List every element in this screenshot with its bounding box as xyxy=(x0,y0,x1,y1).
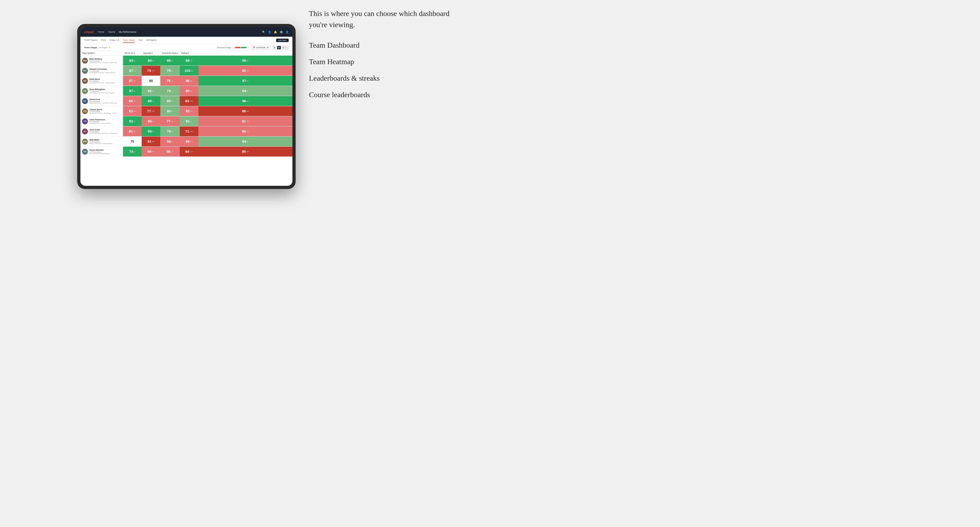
player-info-cell[interactable]: JC Josh Coles 1-5 Handicap Royal North D… xyxy=(80,126,123,137)
table-row: EE Elliot Ebert 1-5 Handicap Sunningdale… xyxy=(80,76,293,86)
player-info-cell[interactable]: AN Aaron Nicholls 11-15 Handicap Drift G… xyxy=(80,147,123,157)
player-table: Player Quality ▾ Off the Tee ▾ Approach … xyxy=(80,51,293,157)
red-bar xyxy=(235,47,240,48)
user-icon[interactable]: 👤 xyxy=(268,30,271,33)
col-header-player[interactable]: Player Quality ▾ xyxy=(80,51,123,56)
table-row: AN Aaron Nicholls 11-15 Handicap Drift G… xyxy=(80,147,293,157)
table-row: BM Blair McHarg Plus Handicap Royal Nort… xyxy=(80,56,293,66)
score-cell-quality: 93 9▲ xyxy=(123,56,142,66)
score-cell-off_tee: 73 -11▼ xyxy=(142,66,160,76)
subnav-tour[interactable]: Tour xyxy=(138,38,143,43)
tablet-frame: clippd Home Teams My Performance 🔍 👤 🔔 ⚙… xyxy=(77,24,296,189)
grid-view-button[interactable]: ⊞ xyxy=(273,46,277,49)
search-icon[interactable]: 🔍 xyxy=(262,30,265,33)
tablet-screen: clippd Home Teams My Performance 🔍 👤 🔔 ⚙… xyxy=(80,27,293,186)
player-info-cell[interactable]: BM Blair McHarg Plus Handicap Royal Nort… xyxy=(80,56,123,66)
col-header-offtee[interactable]: Off the Tee ▾ xyxy=(123,51,142,56)
player-info-cell[interactable]: EE Elliot Ebert 1-5 Handicap Sunningdale… xyxy=(80,76,123,86)
score-cell-putting: 92 -3▼ xyxy=(199,66,293,76)
score-cell-putting: 95 9▲ xyxy=(199,56,293,66)
score-cell-quality: 74 8▲ xyxy=(123,147,142,157)
download-button[interactable]: ↓ xyxy=(286,46,289,49)
score-cell-around_green: 85 -3▼ xyxy=(180,86,199,96)
calendar-icon: 📅 xyxy=(253,46,255,49)
table-area: Player Quality ▾ Off the Tee ▾ Approach … xyxy=(80,51,293,186)
score-cell-putting: 85 -4▼ xyxy=(199,147,293,157)
change-plus: +5 xyxy=(247,47,249,48)
view-icons: ⊞ ▦ ☰ ↓ xyxy=(273,46,289,49)
score-cell-off_tee: 88 xyxy=(142,76,160,86)
app-logo: clippd xyxy=(84,30,94,33)
score-cell-off_tee: 60 2▲ xyxy=(142,116,160,126)
score-cell-off_tee: 84 6▲ xyxy=(142,56,160,66)
score-cell-approach: 79 9▲ xyxy=(160,66,180,76)
table-row: CR Chris Robertson 1-5 Handicap Craigmil… xyxy=(80,116,293,126)
player-info-cell[interactable]: EC Edward Crossman 1-5 Handicap Sunningd… xyxy=(80,66,123,76)
subnav-hcaps[interactable]: Hcaps 1-5 xyxy=(110,38,119,43)
subnav-teamclippd[interactable]: Team Clippd xyxy=(123,38,135,43)
change-minus: -5 xyxy=(233,47,235,48)
score-cell-quality: 75 xyxy=(123,137,142,147)
nav-icons: 🔍 👤 🔔 ⚙️ 👤 xyxy=(262,30,289,33)
edit-icon[interactable]: ✏️ xyxy=(109,46,111,49)
score-cell-putting: 97 5▲ xyxy=(199,76,293,86)
score-cell-around_green: 84 -21▼ xyxy=(180,147,199,157)
team-count: | 14 Players xyxy=(98,46,108,48)
nav-link-home[interactable]: Home xyxy=(98,30,104,34)
score-cell-approach: 58 4▲ xyxy=(160,137,180,147)
heat-view-button[interactable]: ▦ xyxy=(277,46,281,49)
subnav-allplayers[interactable]: All Players xyxy=(146,38,156,43)
score-cell-off_tee: 95 8▲ xyxy=(142,126,160,137)
score-cell-approach: 58 10▲ xyxy=(160,147,180,157)
score-cell-approach: 75 -3▼ xyxy=(160,76,180,86)
nav-link-myperformance[interactable]: My Performance xyxy=(119,30,136,34)
score-cell-quality: 81 -3▼ xyxy=(123,126,142,137)
annotation-item-4: Course leaderboards xyxy=(309,90,469,99)
score-cell-around_green: 71 -11▼ xyxy=(180,126,199,137)
score-cell-approach: 75 2▲ xyxy=(160,126,180,137)
table-row: EC Edward Crossman 1-5 Handicap Sunningd… xyxy=(80,66,293,76)
last-rounds-button[interactable]: 📅 Last Rounds: 20 xyxy=(251,46,270,49)
player-info-cell[interactable]: DB Dave Billingham 1-5 Handicap Gog Mago… xyxy=(80,86,123,96)
score-cell-around_green: 83 -10▼ xyxy=(180,96,199,106)
add-team-button[interactable]: Add Team xyxy=(276,39,289,42)
sub-nav: PGAT Players PGA Hcaps 1-5 Team Clippd T… xyxy=(80,37,293,44)
score-cell-approach: 77 -3▼ xyxy=(160,116,180,126)
team-name: Team Clippd xyxy=(84,46,97,49)
score-cell-approach: 80 3▲ xyxy=(160,96,180,106)
score-cell-quality: 87 1▲ xyxy=(123,66,142,76)
score-cell-putting: 96 3▲ xyxy=(199,96,293,106)
subnav-pgat[interactable]: PGAT Players xyxy=(84,38,97,43)
last-rounds-label: Last Rounds: xyxy=(256,46,266,48)
team-controls: 20 Round Change -5 +5 📅 Last Rounds: 20 … xyxy=(217,46,289,49)
col-header-approach[interactable]: Approach ▾ xyxy=(142,51,160,56)
table-row: MM Matt Miller 6-10 Handicap Woburn Golf… xyxy=(80,137,293,147)
player-info-cell[interactable]: MM Matt Miller 6-10 Handicap Woburn Golf… xyxy=(80,137,123,147)
subnav-pga[interactable]: PGA xyxy=(101,38,106,43)
player-info-cell[interactable]: DF David Ford Plus Handicap Royal North … xyxy=(80,96,123,106)
col-header-putting[interactable]: Putting ▾ xyxy=(180,51,199,56)
score-cell-quality: 82 3▲ xyxy=(123,116,142,126)
annotation-area: This is where you can choose which dashb… xyxy=(309,8,469,107)
table-row: JC Josh Coles 1-5 Handicap Royal North D… xyxy=(80,126,293,137)
list-view-button[interactable]: ☰ xyxy=(282,46,285,49)
change-bar: -5 +5 xyxy=(233,47,249,48)
annotation-list: Team Dashboard Team Heatmap Leaderboards… xyxy=(309,41,469,99)
score-cell-off_tee: 77 -14▼ xyxy=(142,106,160,116)
annotation-item-3: Leaderboards & streaks xyxy=(309,74,469,83)
col-header-aroundgreen[interactable]: Around the Green ▾ xyxy=(160,51,180,56)
avatar-icon[interactable]: 👤 xyxy=(285,30,289,33)
score-cell-quality: 87 4▲ xyxy=(123,86,142,96)
settings-icon[interactable]: ⚙️ xyxy=(280,30,283,33)
player-info-cell[interactable]: CR Chris Robertson 1-5 Handicap Craigmil… xyxy=(80,116,123,126)
score-cell-quality: 85 -3▼ xyxy=(123,96,142,106)
annotation-item-1: Team Dashboard xyxy=(309,41,469,49)
bell-icon[interactable]: 🔔 xyxy=(274,30,277,33)
nav-link-teams[interactable]: Teams xyxy=(108,30,115,34)
table-row: DB Dave Billingham 1-5 Handicap Gog Mago… xyxy=(80,86,293,96)
score-cell-putting: 86 -8▼ xyxy=(199,106,293,116)
player-info-cell[interactable]: CQ Charlie Quick 6-10 Handicap St. Georg… xyxy=(80,106,123,116)
nav-links: Home Teams My Performance xyxy=(98,30,262,34)
score-cell-putting: 89 -2▼ xyxy=(199,126,293,137)
score-cell-off_tee: 82 4▲ xyxy=(142,86,160,96)
